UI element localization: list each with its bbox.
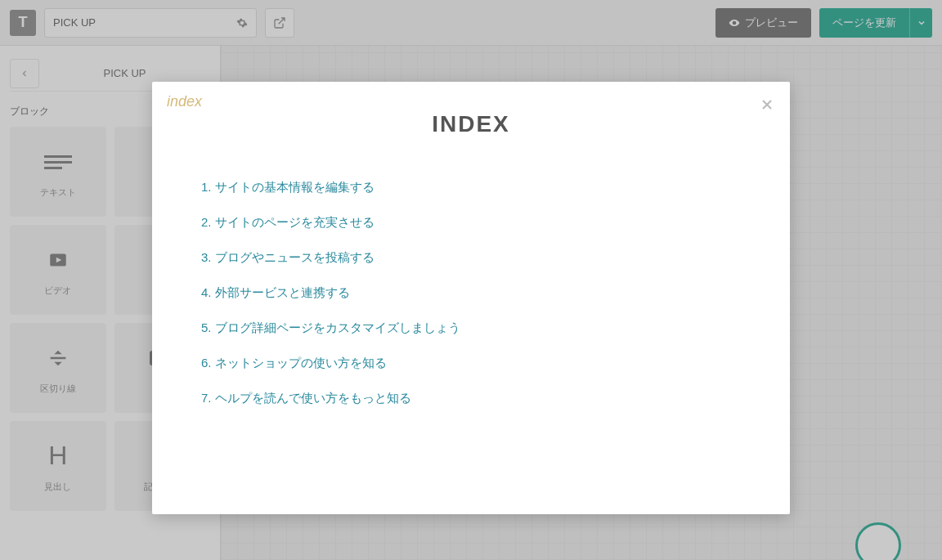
index-link-1[interactable]: 1. サイトの基本情報を編集する bbox=[201, 180, 375, 194]
index-link-5[interactable]: 5. ブログ詳細ページをカスタマイズしましょう bbox=[201, 320, 460, 334]
index-link-7[interactable]: 7. ヘルプを読んで使い方をもっと知る bbox=[201, 391, 411, 405]
modal-title: INDEX bbox=[201, 111, 741, 137]
index-link-6[interactable]: 6. ネットショップの使い方を知る bbox=[201, 356, 387, 370]
index-modal: index INDEX 1. サイトの基本情報を編集する 2. サイトのページを… bbox=[152, 82, 790, 514]
modal-close-button[interactable] bbox=[757, 95, 777, 114]
index-link-3[interactable]: 3. ブログやニュースを投稿する bbox=[201, 250, 375, 264]
close-icon bbox=[759, 96, 775, 113]
modal-tag: index bbox=[167, 93, 202, 110]
index-link-2[interactable]: 2. サイトのページを充実させる bbox=[201, 215, 375, 229]
modal-list: 1. サイトの基本情報を編集する 2. サイトのページを充実させる 3. ブログ… bbox=[201, 170, 741, 416]
modal-overlay[interactable]: index INDEX 1. サイトの基本情報を編集する 2. サイトのページを… bbox=[0, 0, 942, 560]
index-link-4[interactable]: 4. 外部サービスと連携する bbox=[201, 285, 350, 299]
